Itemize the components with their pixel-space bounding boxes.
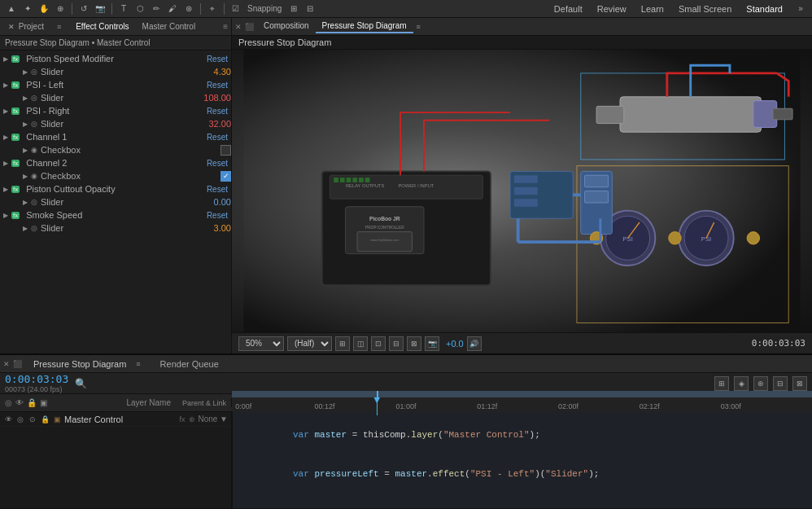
camera-icon[interactable]: 📷 bbox=[425, 336, 439, 351]
piston-speed-slider-expand-icon[interactable]: ▶ bbox=[23, 68, 28, 76]
tab-project[interactable]: ✕ Project bbox=[3, 20, 49, 33]
pixel-icon[interactable]: ⊠ bbox=[407, 336, 421, 351]
psi-right-slider-value[interactable]: 32.00 bbox=[208, 119, 231, 129]
piston-opacity-reset[interactable]: Reset bbox=[207, 185, 228, 194]
hand-tool-icon[interactable]: ✋ bbox=[37, 2, 50, 15]
playhead-line bbox=[377, 397, 378, 415]
transport-icon2[interactable]: ◈ bbox=[734, 376, 749, 391]
piston-speed-slider-value[interactable]: 4.30 bbox=[214, 67, 231, 77]
expand-piston-opacity-icon[interactable]: ▶ bbox=[3, 186, 8, 193]
lock-icon[interactable]: 🔒 bbox=[27, 398, 37, 407]
tab-pressure-stop[interactable]: Pressure Stop Diagram bbox=[316, 20, 413, 33]
psi-left-slider-icon: ◎ bbox=[31, 94, 37, 102]
timeline-tab-pressure[interactable]: Pressure Stop Diagram bbox=[28, 358, 131, 371]
separator3 bbox=[200, 3, 201, 15]
snapping-checkbox[interactable]: ☑ bbox=[229, 3, 242, 14]
layer-visibility-icon[interactable]: 👁 bbox=[3, 415, 13, 424]
code-line-2: var pressureLeft = master.effect("PSI - … bbox=[239, 454, 805, 494]
close-icon[interactable]: ✕ bbox=[8, 23, 15, 31]
expand-smoke-speed-icon[interactable]: ▶ bbox=[3, 212, 8, 219]
visible-icon[interactable]: 👁 bbox=[15, 398, 24, 407]
pen-tool-icon[interactable]: ✦ bbox=[21, 2, 34, 15]
close-timeline-icon[interactable]: ✕ bbox=[3, 360, 10, 368]
psi-right-reset[interactable]: Reset bbox=[207, 107, 228, 116]
transport-icon5[interactable]: ⊠ bbox=[792, 376, 807, 391]
tab-effect-controls[interactable]: ≡ bbox=[52, 20, 68, 33]
ch1-expand-icon[interactable]: ▶ bbox=[23, 147, 28, 154]
tab-master-control[interactable]: Master Control bbox=[138, 20, 201, 33]
piston-speed-reset[interactable]: Reset bbox=[207, 55, 228, 64]
workspace-learn[interactable]: Learn bbox=[638, 2, 667, 15]
timeline-header-row: ◎ 👁 🔒 ▣ Layer Name Parent & Link 0:00f 0… bbox=[0, 394, 812, 412]
expand-channel1-icon[interactable]: ▶ bbox=[3, 134, 8, 141]
tab-composition[interactable]: Composition bbox=[257, 20, 316, 33]
audio-icon[interactable]: 🔊 bbox=[467, 336, 482, 351]
transport-icon4[interactable]: ⊟ bbox=[773, 376, 788, 391]
channel1-checkbox[interactable] bbox=[220, 145, 231, 156]
paint-tool-icon[interactable]: 🖌 bbox=[166, 2, 179, 15]
smoke-slider-expand-icon[interactable]: ▶ bbox=[23, 225, 28, 232]
composition-view[interactable]: PicoBoo JR PROP CONTROLLER www.frightide… bbox=[232, 50, 812, 332]
expand-piston-speed-icon[interactable]: ▶ bbox=[3, 55, 8, 63]
snapping-extra-icon[interactable]: ⊟ bbox=[303, 2, 317, 15]
svg-rect-4 bbox=[596, 106, 624, 123]
timeline-tab-menu[interactable]: ≡ bbox=[136, 360, 140, 368]
panel-menu-icon[interactable]: ≡ bbox=[223, 22, 228, 31]
layer-lock-icon[interactable]: 🔒 bbox=[40, 415, 50, 424]
workspace-default[interactable]: Default bbox=[551, 2, 586, 15]
layer-audio-icon[interactable]: ◎ bbox=[15, 415, 25, 424]
opacity-slider-value[interactable]: 0.00 bbox=[214, 197, 231, 207]
pen-tool2-icon[interactable]: ✏ bbox=[150, 2, 163, 15]
smoke-slider-value[interactable]: 3.00 bbox=[214, 223, 231, 233]
reset-view-icon[interactable]: ⊡ bbox=[371, 336, 386, 351]
svg-rect-31 bbox=[585, 175, 609, 186]
opacity-slider-expand-icon[interactable]: ▶ bbox=[23, 199, 28, 206]
text-tool-icon[interactable]: T bbox=[117, 2, 130, 15]
workspace-smallscreen[interactable]: Small Screen bbox=[675, 2, 735, 15]
timeline-search-icon[interactable]: 🔍 bbox=[73, 376, 88, 391]
snapping-options-icon[interactable]: ⊞ bbox=[287, 2, 300, 15]
channel2-reset[interactable]: Reset bbox=[207, 159, 228, 168]
tab-effect-controls-label[interactable]: Effect Controls bbox=[71, 20, 133, 33]
grid-icon[interactable]: ⊞ bbox=[335, 336, 350, 351]
layer-row[interactable]: 👁 ◎ ⊙ 🔒 ▣ Master Control fx ⊛ None ▼ bbox=[0, 412, 231, 427]
layer-solo-icon[interactable]: ⊙ bbox=[28, 415, 37, 424]
stamp-tool-icon[interactable]: ⊛ bbox=[182, 2, 195, 15]
timeline-timecode[interactable]: 0:00:03:03 bbox=[5, 373, 68, 385]
channel2-checkbox[interactable]: ✓ bbox=[220, 171, 231, 182]
snap-icon[interactable]: ⊟ bbox=[389, 336, 404, 351]
psi-left-slider-value[interactable]: 108.00 bbox=[203, 93, 231, 103]
transport-icon1[interactable]: ⊞ bbox=[714, 376, 729, 391]
quality-dropdown[interactable]: (Half) (Full) bbox=[287, 336, 332, 351]
ch2-expand-icon[interactable]: ▶ bbox=[23, 173, 28, 180]
close-comp-icon[interactable]: ✕ bbox=[235, 23, 242, 31]
zoom-dropdown[interactable]: 50% 100% bbox=[238, 336, 284, 351]
camera-tool-icon[interactable]: 📷 bbox=[94, 2, 107, 15]
psi-right-slider-expand-icon[interactable]: ▶ bbox=[23, 121, 28, 128]
puppet-tool-icon[interactable]: ⌖ bbox=[206, 2, 219, 15]
psi-left-reset[interactable]: Reset bbox=[207, 81, 228, 90]
render-queue-tab[interactable]: Render Queue bbox=[160, 359, 219, 369]
channel2-label: Channel 2 bbox=[26, 158, 203, 168]
rotate-tool-icon[interactable]: ↺ bbox=[77, 2, 90, 15]
workspace-review[interactable]: Review bbox=[594, 2, 630, 15]
svg-rect-17 bbox=[340, 178, 345, 182]
workspace-standard[interactable]: Standard bbox=[743, 2, 786, 15]
workspace-more-icon[interactable]: » bbox=[794, 2, 807, 15]
smoke-speed-reset[interactable]: Reset bbox=[207, 211, 228, 220]
expand-psi-left-icon[interactable]: ▶ bbox=[3, 81, 8, 89]
channel1-reset[interactable]: Reset bbox=[207, 133, 228, 142]
expand-psi-right-icon[interactable]: ▶ bbox=[3, 108, 8, 115]
comp-menu-icon[interactable]: ≡ bbox=[417, 23, 421, 31]
label-icon[interactable]: ▣ bbox=[40, 398, 47, 407]
zoom-tool-icon[interactable]: ⊕ bbox=[54, 2, 67, 15]
expand-channel2-icon[interactable]: ▶ bbox=[3, 160, 8, 167]
psi-left-slider-expand-icon[interactable]: ▶ bbox=[23, 94, 28, 102]
select-tool-icon[interactable]: ▲ bbox=[5, 2, 18, 15]
toggle-transparency-icon[interactable]: ◫ bbox=[353, 336, 368, 351]
solo-icon[interactable]: ◎ bbox=[5, 398, 12, 407]
layer-icon-extra: ⊛ bbox=[189, 415, 195, 423]
comp-header: Pressure Stop Diagram bbox=[232, 36, 812, 50]
shape-tool-icon[interactable]: ⬡ bbox=[133, 2, 146, 15]
transport-icon3[interactable]: ⊛ bbox=[753, 376, 768, 391]
